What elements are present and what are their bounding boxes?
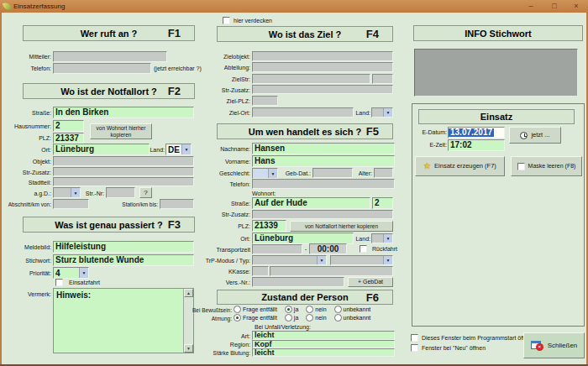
radio-unbekannt[interactable]: unbekannt xyxy=(334,314,371,322)
ziel-land-combobox[interactable]: ▼ xyxy=(371,107,393,118)
open-on-neu-checkbox[interactable] xyxy=(411,344,418,352)
alter-input[interactable] xyxy=(374,168,393,178)
zielplz-input[interactable] xyxy=(252,96,278,106)
section-header-info: INFO Stichwort xyxy=(413,25,583,41)
hide-here-checkbox[interactable] xyxy=(223,17,230,24)
chevron-down-icon[interactable]: ▼ xyxy=(383,256,392,264)
edatum-input[interactable]: 13.07.2017 xyxy=(448,127,505,139)
radio-frage-entfaellt[interactable]: Frage entfällt xyxy=(234,314,277,322)
strasse-input[interactable]: In den Birken xyxy=(53,107,194,118)
transportzeit-input[interactable] xyxy=(252,244,302,254)
chevron-down-icon[interactable]: ▼ xyxy=(79,268,88,278)
versnr-label: Vers.-Nr.: xyxy=(202,280,250,286)
chevron-down-icon[interactable]: ▼ xyxy=(71,188,80,197)
geschlecht-combobox[interactable]: ▼ xyxy=(252,168,278,179)
copy-from-wohnort-button[interactable]: von Wohnort hierher kopieren xyxy=(90,123,152,139)
chevron-down-icon[interactable]: ▼ xyxy=(383,234,392,243)
zielplz-label: Ziel-PLZ: xyxy=(202,98,250,105)
chevron-down-icon[interactable]: ▼ xyxy=(181,144,191,154)
ezeit-input[interactable]: 17:02 xyxy=(448,139,505,151)
maximize-button[interactable]: □ xyxy=(546,1,563,12)
radio-nein[interactable]: nein xyxy=(306,314,326,322)
gebdat-button[interactable]: + GebDat xyxy=(348,277,393,287)
section-header-f1: Wer ruft an ? F1 xyxy=(23,25,195,41)
agd-label: a.g.D.: xyxy=(2,191,51,197)
zielobjekt-input[interactable] xyxy=(252,51,393,61)
ort-input[interactable]: Lüneburg xyxy=(53,144,150,155)
chevron-down-icon[interactable]: ▼ xyxy=(268,169,277,178)
jetzt-button[interactable]: jetzt ... xyxy=(509,127,561,144)
zielstr-input[interactable] xyxy=(252,74,370,84)
close-button[interactable]: × xyxy=(568,1,585,12)
abschnitt-input[interactable] xyxy=(53,199,89,209)
rueckfahrt-label: Rückfahrt xyxy=(372,246,397,252)
abteilung-input[interactable] xyxy=(252,62,393,72)
einsatz-erzeugen-button[interactable]: ★ Einsatz erzeugen (F7) xyxy=(415,156,505,176)
wohnort-label: Wohnort: xyxy=(252,191,276,196)
nachname-input[interactable]: Hansen xyxy=(252,143,395,154)
zielobjekt-label: Zielobjekt: xyxy=(202,54,250,60)
einsatzfahrt-checkbox[interactable] xyxy=(55,279,63,286)
land-combobox[interactable]: DE ▼ xyxy=(165,144,192,155)
vermerk-value: Hinweis: xyxy=(54,289,183,353)
radio-unbekannt[interactable]: unbekannt xyxy=(334,306,371,313)
telefon-input[interactable] xyxy=(53,63,151,74)
prioritaet-combobox[interactable]: 4 ▼ xyxy=(53,267,89,279)
radio-frage-entfaellt[interactable]: Frage entfällt xyxy=(234,306,277,313)
versnr-input[interactable] xyxy=(252,277,344,287)
gebdat-input[interactable] xyxy=(312,168,353,178)
chevron-down-icon[interactable]: ▼ xyxy=(383,108,392,117)
open-on-start-checkbox[interactable] xyxy=(411,334,418,342)
radio-ja[interactable]: ja xyxy=(285,314,298,322)
person-ort-input[interactable]: Lüneburg xyxy=(252,233,354,244)
person-telefon-input[interactable] xyxy=(252,179,395,189)
vorname-input[interactable]: Hans xyxy=(252,155,395,167)
blutung-label: Stärke Blutung: xyxy=(192,350,250,356)
mitteiler-input[interactable] xyxy=(53,51,167,62)
schliessen-button[interactable]: × Schließen xyxy=(523,332,585,358)
scroll-up-icon[interactable]: ▲ xyxy=(184,289,193,297)
f2-key: F2 xyxy=(168,85,181,97)
prioritaet-label: Priorität: xyxy=(2,270,51,277)
ziel-strzusatz-input[interactable] xyxy=(252,85,393,94)
minimize-button[interactable]: – xyxy=(522,1,539,12)
stichwort-input[interactable]: Sturz blutende Wunde xyxy=(53,254,194,266)
rueckfahrt-checkbox[interactable] xyxy=(360,245,367,253)
objekt-input[interactable] xyxy=(53,156,194,166)
art-input[interactable]: leicht xyxy=(252,331,395,340)
station-input[interactable] xyxy=(160,199,194,209)
question-button[interactable]: ? xyxy=(139,187,152,198)
stadtteil-input[interactable] xyxy=(53,177,194,186)
strnr-input[interactable] xyxy=(106,187,135,198)
meldebild-input[interactable]: Hilfeleistung xyxy=(53,241,194,253)
person-hausnr-input[interactable]: 2 xyxy=(372,197,393,209)
agd-combobox[interactable]: ▼ xyxy=(53,187,81,198)
app-icon xyxy=(3,2,12,11)
blutung-input[interactable]: leicht xyxy=(252,348,395,357)
abteilung-label: Abteilung: xyxy=(202,65,250,71)
person-strzusatz-input[interactable] xyxy=(252,210,393,219)
f6-title: Zustand der Person xyxy=(261,292,348,302)
person-plz-input[interactable]: 21339 xyxy=(252,220,286,232)
person-land-combobox[interactable]: ▼ xyxy=(371,233,393,243)
kkasse-input[interactable] xyxy=(270,266,393,276)
maske-leeren-checkbox[interactable] xyxy=(517,163,525,170)
radio-nein[interactable]: nein xyxy=(306,306,326,313)
vermerk-textarea[interactable]: Hinweis: ▲ ▼ xyxy=(53,288,194,353)
copy-from-notfallort-button[interactable]: von Notfallort hierher kopieren xyxy=(290,221,393,232)
kkasse-code-input[interactable] xyxy=(252,266,269,276)
region-input[interactable]: Kopf xyxy=(252,340,395,348)
zielort-input[interactable] xyxy=(252,107,354,118)
person-strasse-input[interactable]: Auf der Hude xyxy=(252,197,370,209)
chevron-down-icon[interactable]: ▼ xyxy=(317,256,326,264)
strzusatz-input[interactable] xyxy=(53,167,194,176)
hausnummer-input[interactable]: 2 xyxy=(53,120,84,132)
zielstr-nr-input[interactable] xyxy=(372,74,393,84)
plz-input[interactable]: 21337 xyxy=(53,133,84,144)
trp-modus-combobox[interactable]: ▼ xyxy=(252,255,327,265)
maske-leeren-control[interactable]: Maske leeren (F8) xyxy=(511,156,582,176)
trp-typ-combobox[interactable]: ▼ xyxy=(330,255,393,265)
radio-ja[interactable]: ja xyxy=(285,306,298,313)
window-title: Einsatzerfassung xyxy=(13,3,65,10)
transport-time-input[interactable]: 00:00 xyxy=(309,243,347,254)
